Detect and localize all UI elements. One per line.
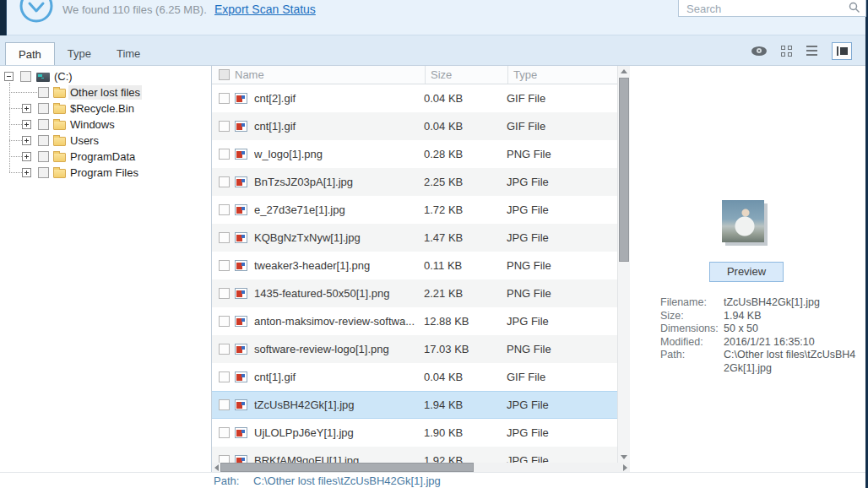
table-row[interactable]: BnTzsJZ03pA[1].jpg 2.25 KB JPG File — [212, 168, 617, 196]
image-file-icon — [235, 232, 247, 243]
tree-item-drive-c[interactable]: (C:) — [0, 68, 210, 84]
expand-icon[interactable] — [22, 152, 31, 161]
table-row[interactable]: e_27d3e71e[1].jpg 1.72 KB JPG File — [212, 196, 617, 224]
expand-icon[interactable] — [22, 136, 31, 145]
row-checkbox[interactable] — [219, 260, 230, 271]
table-row[interactable]: w_logo[1].png 0.28 KB PNG File — [212, 140, 617, 168]
row-checkbox[interactable] — [219, 176, 230, 187]
tree-item-label[interactable]: Other lost files — [68, 85, 142, 100]
search-input[interactable]: Search — [678, 0, 866, 17]
scan-complete-icon — [19, 0, 54, 26]
tree-checkbox[interactable] — [38, 167, 49, 178]
file-type: JPG File — [507, 231, 617, 244]
view-options — [751, 35, 852, 66]
vertical-scrollbar[interactable] — [617, 66, 630, 463]
file-size: 1.94 KB — [424, 399, 507, 411]
vertical-scrollbar-thumb[interactable] — [619, 78, 629, 262]
tree-item[interactable]: Windows — [0, 117, 210, 133]
tree-checkbox[interactable] — [38, 119, 49, 130]
table-row[interactable]: 1435-featured-50x50[1].png 2.21 KB PNG F… — [212, 279, 617, 307]
tree-item-label[interactable]: Users — [70, 133, 99, 148]
horizontal-scrollbar-thumb[interactable] — [220, 463, 474, 472]
scroll-up-icon[interactable] — [621, 69, 627, 73]
file-type: PNG File — [507, 287, 617, 300]
row-checkbox[interactable] — [219, 371, 230, 382]
tree-item[interactable]: $Recycle.Bin — [0, 100, 210, 117]
row-checkbox[interactable] — [219, 93, 230, 104]
file-type: JPG File — [507, 315, 617, 328]
tree-checkbox[interactable] — [38, 151, 49, 162]
tree-item[interactable]: ProgramData — [0, 149, 210, 165]
tree-item[interactable]: Other lost files — [0, 84, 210, 100]
row-checkbox[interactable] — [219, 455, 230, 463]
tab-bar: Path Type Time — [5, 42, 153, 65]
table-row[interactable]: software-review-logo[1].png 17.03 KB PNG… — [212, 335, 617, 363]
table-row[interactable]: KQBgNzTxNyw[1].jpg 1.47 KB JPG File — [212, 224, 617, 252]
row-checkbox[interactable] — [219, 121, 230, 132]
image-file-icon — [235, 455, 247, 463]
search-icon[interactable] — [849, 2, 860, 16]
file-type: JPG File — [507, 426, 617, 439]
row-checkbox[interactable] — [219, 288, 230, 299]
scroll-down-icon[interactable] — [621, 455, 627, 459]
row-checkbox[interactable] — [219, 232, 230, 243]
file-size: 1.90 KB — [424, 426, 507, 439]
file-name: KQBgNzTxNyw[1].jpg — [254, 231, 424, 244]
file-type: JPG File — [507, 399, 617, 411]
export-scan-status-link[interactable]: Export Scan Status — [214, 3, 316, 16]
column-header-type[interactable]: Type — [507, 66, 617, 84]
row-checkbox[interactable] — [219, 316, 230, 327]
tree-checkbox[interactable] — [38, 135, 49, 146]
list-view-icon[interactable] — [806, 46, 817, 56]
expand-icon[interactable] — [22, 120, 31, 129]
table-row[interactable]: cnt[1].gif 0.04 KB GIF File — [212, 112, 617, 140]
table-row[interactable]: anton-maksimov-review-softwa... 12.88 KB… — [212, 307, 617, 335]
tree-checkbox[interactable] — [38, 103, 49, 114]
table-row[interactable]: UjLOLPpJ6eY[1].jpg 1.90 KB JPG File — [212, 419, 617, 447]
row-checkbox[interactable] — [219, 149, 230, 160]
collapse-icon[interactable] — [4, 72, 14, 81]
file-type: JPG File — [507, 454, 617, 463]
grid-view-icon[interactable] — [781, 46, 792, 57]
tree-checkbox[interactable] — [20, 71, 31, 82]
row-checkbox[interactable] — [219, 344, 230, 355]
tree-item-label[interactable]: $Recycle.Bin — [70, 101, 134, 116]
horizontal-scrollbar[interactable] — [212, 463, 630, 472]
image-file-icon — [235, 176, 247, 187]
tree-item[interactable]: Program Files — [0, 165, 210, 181]
row-checkbox[interactable] — [219, 399, 230, 410]
tab[interactable]: Time — [104, 42, 153, 65]
preview-panel-toggle-icon[interactable] — [832, 42, 852, 60]
preview-eye-icon[interactable] — [751, 46, 767, 56]
tab[interactable]: Path — [5, 42, 55, 65]
expand-icon[interactable] — [22, 104, 31, 113]
detail-value: 50 x 50 — [724, 323, 861, 336]
expand-icon[interactable] — [22, 168, 31, 177]
tree-checkbox[interactable] — [38, 87, 49, 98]
status-path-value: C:\Other lost files\tZcUsBH42Gk[1].jpg — [253, 474, 441, 487]
scroll-left-icon[interactable] — [214, 464, 219, 471]
file-details: Filename: tZcUsBH42Gk[1].jpg Size: 1.94 … — [660, 296, 861, 375]
table-row[interactable]: cnt[1].gif 0.04 KB GIF File — [212, 363, 617, 391]
drive-icon — [36, 73, 50, 82]
tree-item-label[interactable]: Program Files — [70, 165, 138, 180]
tree-item-label[interactable]: (C:) — [54, 69, 73, 84]
column-header-size[interactable]: Size — [425, 66, 507, 84]
tree-item-label[interactable]: ProgramData — [70, 149, 135, 164]
tree-item[interactable]: Users — [0, 133, 210, 149]
scroll-right-icon[interactable] — [623, 464, 627, 471]
select-all-checkbox[interactable] — [219, 69, 230, 80]
folder-icon — [53, 121, 66, 130]
row-checkbox[interactable] — [219, 204, 230, 215]
table-row[interactable]: BRKfAM9qoFU[1].jpg 1.92 KB JPG File — [212, 447, 617, 463]
table-row[interactable]: tZcUsBH42Gk[1].jpg 1.94 KB JPG File — [212, 391, 617, 419]
file-size: 0.04 KB — [424, 371, 507, 383]
table-row[interactable]: cnt[2].gif 0.04 KB GIF File — [212, 84, 617, 112]
preview-button[interactable]: Preview — [709, 262, 784, 282]
scan-result-text: We found 110 files (6.25 MB). — [62, 3, 207, 16]
tree-item-label[interactable]: Windows — [70, 117, 115, 132]
column-header-name[interactable]: Name — [235, 68, 425, 81]
tab[interactable]: Type — [55, 42, 104, 65]
row-checkbox[interactable] — [219, 427, 230, 438]
table-row[interactable]: tweaker3-header[1].png 0.11 KB PNG File — [212, 252, 617, 279]
